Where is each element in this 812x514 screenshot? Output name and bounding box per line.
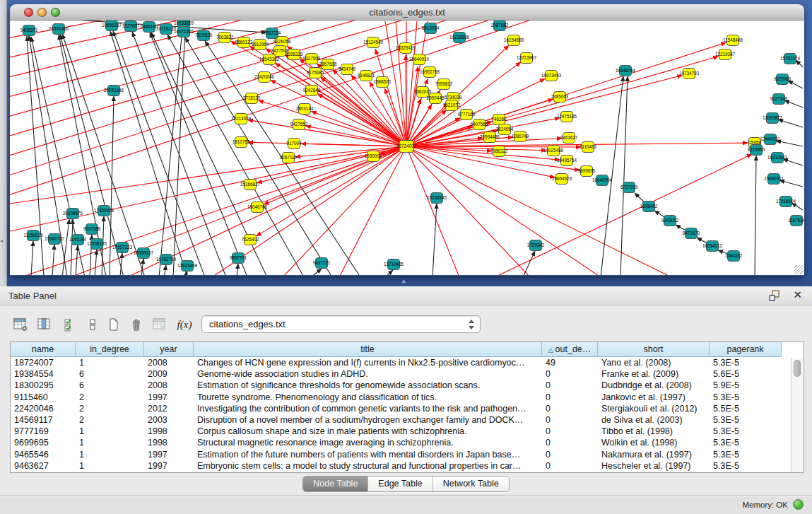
select-all-icon[interactable] — [61, 315, 79, 334]
graph-node[interactable]: 1145194 — [69, 235, 87, 245]
graph-edge[interactable] — [271, 80, 406, 146]
graph-node[interactable]: 15134545 — [427, 193, 447, 204]
graph-node[interactable]: 8471670 — [683, 228, 700, 239]
graph-node[interactable]: 9437721 — [313, 258, 331, 269]
graph-node[interactable]: 16640954 — [592, 175, 613, 186]
node-table[interactable]: namein_degreeyeartitle△out_de…shortpager… — [10, 341, 804, 473]
graph-edge[interactable] — [778, 119, 803, 127]
graph-node[interactable]: 12213967 — [517, 53, 537, 64]
network-view-window[interactable]: citations_edges.txt 18724007891295482260… — [10, 4, 804, 276]
citation-graph[interactable]: 1872400789129548226058842750816543382818… — [10, 21, 804, 275]
column-header-out_degree[interactable]: △out_de… — [542, 342, 598, 357]
graph-node[interactable]: 7955812 — [435, 79, 453, 90]
network-window-titlebar[interactable]: citations_edges.txt — [10, 4, 804, 21]
delete-column-icon[interactable] — [127, 315, 146, 334]
graph-node[interactable]: 8215955 — [748, 145, 765, 156]
graph-node[interactable]: 13710485 — [384, 259, 404, 270]
graph-edge[interactable] — [396, 21, 406, 146]
graph-edge[interactable] — [779, 180, 803, 187]
graph-node[interactable]: 2803144 — [296, 104, 314, 115]
graph-node[interactable]: 16961758 — [420, 67, 440, 78]
graph-edge[interactable] — [110, 31, 187, 275]
network-canvas[interactable]: 1872400789129548226058842750816543382818… — [10, 21, 804, 275]
graph-edge[interactable] — [71, 219, 73, 275]
graph-node[interactable]: 9146821 — [358, 71, 375, 81]
graph-node[interactable]: 9427552 — [290, 119, 308, 130]
graph-node[interactable]: 20391406 — [49, 24, 69, 35]
function-builder-icon[interactable]: f(x) — [175, 315, 194, 334]
graph-node[interactable]: 9097588 — [83, 224, 101, 235]
graph-node[interactable]: 917004 — [286, 139, 302, 149]
graph-node[interactable]: 1695402 — [640, 201, 658, 212]
tab-edge-table[interactable]: Edge Table — [368, 477, 433, 491]
graph-node[interactable]: 9243012 — [661, 216, 679, 226]
graph-node[interactable]: 8267110 — [280, 153, 298, 163]
graph-node[interactable]: 11156829 — [23, 230, 43, 241]
close-icon[interactable]: ✕ — [793, 288, 802, 301]
graph-node[interactable]: 9405571 — [20, 25, 38, 36]
table-row[interactable]: 946554611997Estimation of the future num… — [11, 449, 804, 460]
graph-edge[interactable] — [113, 31, 205, 275]
graph-node[interactable]: 16210643 — [767, 153, 788, 163]
graph-node[interactable]: 17016504 — [776, 197, 796, 207]
graph-node[interactable]: 8454749 — [339, 64, 356, 75]
graph-edge[interactable] — [406, 146, 555, 177]
graph-node[interactable]: 15751074 — [780, 54, 801, 64]
graph-node[interactable]: 9777169 — [458, 110, 476, 120]
graph-node[interactable]: 11548408 — [723, 35, 743, 46]
graph-edge[interactable] — [433, 204, 437, 275]
graph-node[interactable]: 19692911 — [764, 174, 784, 185]
graph-node[interactable]: 20053346 — [104, 86, 124, 96]
graph-node[interactable]: 12444151 — [760, 134, 781, 145]
graph-node[interactable]: 16648784 — [616, 66, 636, 76]
graph-edge[interactable] — [52, 245, 54, 275]
graph-edge[interactable] — [406, 146, 459, 275]
graph-node[interactable]: 20206576 — [63, 209, 83, 219]
graph-node[interactable]: 12219087 — [715, 49, 736, 60]
graph-node[interactable]: 8186328 — [286, 49, 303, 60]
graph-node[interactable]: 9227349 — [770, 94, 788, 105]
graph-edge[interactable] — [788, 81, 803, 88]
graph-node[interactable]: 2087682 — [491, 21, 509, 31]
graph-edge[interactable] — [385, 270, 393, 275]
delete-table-icon[interactable] — [150, 315, 168, 334]
graph-node[interactable]: 6466160 — [141, 22, 158, 33]
tab-network-table[interactable]: Network Table — [433, 477, 509, 491]
graph-edge[interactable] — [784, 100, 803, 107]
graph-node[interactable]: 19495754 — [557, 156, 577, 166]
table-row[interactable]: 911546021997Tourette syndrome. Phenomeno… — [11, 392, 804, 403]
graph-edge[interactable] — [164, 265, 166, 275]
graph-node[interactable]: 6727919 — [620, 182, 638, 193]
graph-edge[interactable] — [783, 159, 803, 165]
graph-edge[interactable] — [796, 60, 803, 67]
graph-edge[interactable] — [755, 156, 756, 275]
graph-node[interactable]: 1167534 — [788, 216, 804, 226]
show-columns-icon[interactable] — [35, 315, 54, 334]
graph-node[interactable]: 1588520 — [374, 77, 392, 88]
graph-edge[interactable] — [283, 146, 406, 275]
graph-node[interactable]: 12923468 — [177, 261, 198, 271]
float-panel-icon[interactable] — [769, 290, 781, 302]
graph-node[interactable]: 12093872 — [763, 113, 783, 124]
window-resize-grip[interactable] — [794, 265, 804, 274]
graph-node[interactable]: 16154808 — [504, 35, 524, 46]
graph-node[interactable]: 9329966 — [774, 74, 792, 85]
graph-edge[interactable] — [76, 245, 78, 275]
graph-edge[interactable] — [620, 76, 628, 275]
graph-node[interactable]: 19654923 — [552, 174, 572, 185]
tab-node-table[interactable]: Node Table — [303, 477, 368, 491]
graph-node[interactable]: 9327508 — [303, 54, 321, 64]
graph-edge[interactable] — [776, 141, 803, 146]
graph-node[interactable]: 8990448 — [427, 93, 445, 104]
splitter-collapse-icon[interactable]: ◂ — [0, 238, 3, 244]
graph-node[interactable]: 9463627 — [560, 133, 578, 144]
graph-edge[interactable] — [31, 241, 33, 275]
table-select-dropdown[interactable]: citations_edges.txt — [201, 315, 481, 333]
column-header-title[interactable]: title — [194, 342, 542, 357]
table-row[interactable]: 1938455462009Genome-wide association stu… — [11, 368, 804, 380]
column-header-year[interactable]: year — [144, 342, 194, 357]
graph-edge[interactable] — [257, 146, 406, 236]
graph-node[interactable]: 18724007 — [396, 141, 417, 153]
graph-node[interactable]: 15166827 — [240, 180, 261, 190]
graph-edge[interactable] — [10, 146, 406, 205]
